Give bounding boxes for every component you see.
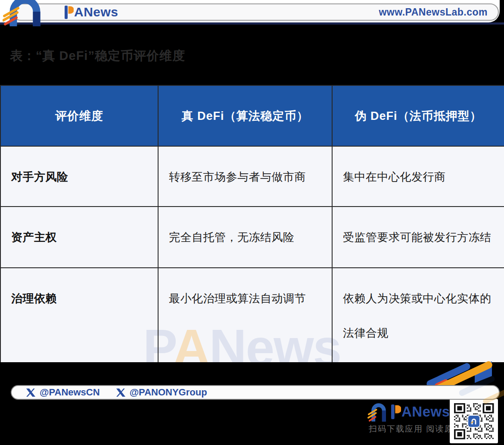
cell-true-defi: 转移至市场参与者与做市商 bbox=[158, 146, 332, 207]
table-row: 资产主权 完全自托管，无冻结风险 受监管要求可能被发行方冻结 bbox=[0, 207, 504, 268]
handle-label: @PANONYGroup bbox=[130, 387, 207, 398]
twitter-handle-panewscn: @PANewsCN bbox=[26, 387, 100, 398]
comparison-table: 评价维度 真 DeFi（算法稳定币） 伪 DeFi（法币抵押型） 对手方风险 转… bbox=[0, 85, 504, 362]
row-label: 治理依赖 bbox=[0, 268, 158, 362]
panews-wordmark: ANews bbox=[391, 404, 450, 420]
twitter-handle-panonygroup: @PANONYGroup bbox=[116, 387, 207, 398]
x-twitter-icon bbox=[116, 388, 125, 397]
panews-arch-logo-icon bbox=[3, 0, 50, 26]
panews-arch-mini-icon bbox=[470, 418, 477, 425]
cell-true-defi: 完全自托管，无冻结风险 bbox=[158, 207, 332, 268]
comparison-table-area: PANews 评价维度 真 DeFi（算法稳定币） 伪 DeFi（法币抵押型） … bbox=[0, 85, 504, 362]
qr-center-logo bbox=[467, 415, 480, 428]
panews-wordmark: ANews bbox=[65, 5, 118, 19]
panews-wordmark-rest: ANews bbox=[401, 404, 450, 420]
panews-p-glyph bbox=[391, 404, 401, 419]
header-bar: ANews www.PANewsLab.com bbox=[0, 0, 504, 25]
cell-fake-defi: 集中在中心化发行商 bbox=[332, 146, 504, 207]
row-label: 资产主权 bbox=[0, 207, 158, 268]
handle-label: @PANewsCN bbox=[40, 387, 100, 398]
footer-social-bar: @PANewsCN @PANONYGroup bbox=[11, 385, 500, 400]
infographic-page: ANews www.PANewsLab.com 表：“真 DeFi”稳定币评价维… bbox=[0, 0, 504, 445]
cell-fake-defi: 依赖人为决策或中心化实体的法律合规 bbox=[332, 268, 504, 362]
cell-true-defi: 最小化治理或算法自动调节 bbox=[158, 268, 332, 362]
x-twitter-icon bbox=[26, 388, 35, 397]
table-row: 对手方风险 转移至市场参与者与做市商 集中在中心化发行商 bbox=[0, 146, 504, 207]
col-header-dimension: 评价维度 bbox=[0, 85, 158, 146]
col-header-true-defi: 真 DeFi（算法稳定币） bbox=[158, 85, 332, 146]
qr-code bbox=[450, 399, 498, 443]
table-header-row: 评价维度 真 DeFi（算法稳定币） 伪 DeFi（法币抵押型） bbox=[0, 85, 504, 146]
panews-wordmark-rest: ANews bbox=[74, 5, 118, 19]
panews-arch-logo-icon bbox=[367, 400, 390, 423]
header-divider-line bbox=[0, 22, 504, 25]
row-label: 对手方风险 bbox=[0, 146, 158, 207]
header-pill: ANews www.PANewsLab.com bbox=[12, 3, 499, 21]
page-title: 表：“真 DeFi”稳定币评价维度 bbox=[10, 47, 185, 65]
panews-p-glyph bbox=[65, 6, 74, 19]
table-row: 治理依赖 最小化治理或算法自动调节 依赖人为决策或中心化实体的法律合规 bbox=[0, 268, 504, 362]
site-url: www.PANewsLab.com bbox=[379, 6, 488, 18]
cell-fake-defi: 受监管要求可能被发行方冻结 bbox=[332, 207, 504, 268]
col-header-fake-defi: 伪 DeFi（法币抵押型） bbox=[332, 85, 504, 146]
qr-caption: 扫码下载应用 阅读原文 bbox=[369, 423, 462, 435]
